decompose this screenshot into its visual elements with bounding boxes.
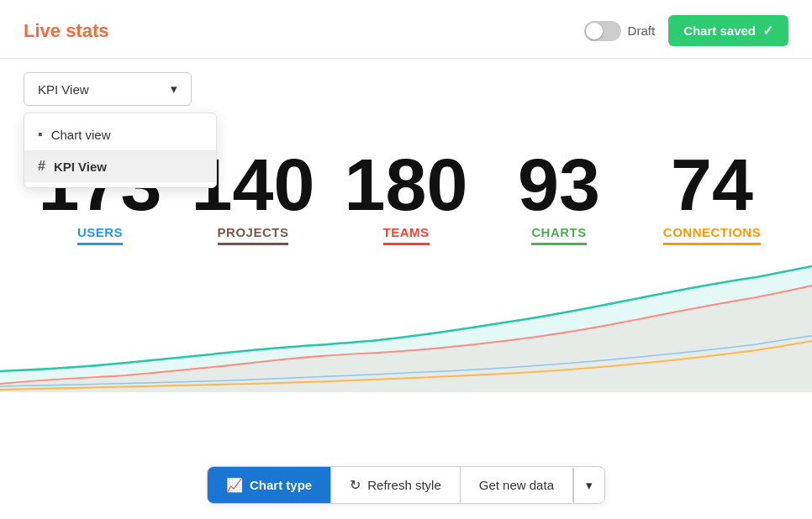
kpi-charts-label: CHARTS [531,225,587,245]
kpi-charts-value: 93 [518,148,600,222]
main-content: KPI View ▾ ▪ Chart view # KPI View 173 U… [0,59,812,392]
kpi-projects-label: PROJECTS [218,225,289,245]
kpi-teams: 180 TEAMS [330,148,482,245]
dropdown-container: KPI View ▾ ▪ Chart view # KPI View [24,72,192,106]
draft-label: Draft [628,24,656,38]
toggle-container: Draft [584,21,656,41]
dropdown-item-chart-view[interactable]: ▪ Chart view [24,118,216,150]
get-new-data-button[interactable]: Get new data [461,468,573,502]
chart-svg [0,254,812,392]
refresh-style-label: Refresh style [367,478,441,492]
dropdown-menu: ▪ Chart view # KPI View [24,113,217,188]
chart-type-button[interactable]: 📈 Chart type [208,467,331,503]
chevron-down-icon-toolbar: ▾ [586,478,593,493]
header-right: Draft Chart saved ✓ [584,15,788,46]
draft-toggle[interactable] [584,21,621,41]
checkmark-icon: ✓ [762,23,773,39]
kpi-users-label: USERS [77,225,123,245]
dropdown-selected-label: KPI View [38,82,89,97]
kpi-teams-value: 180 [345,148,468,222]
chevron-down-icon: ▾ [171,81,177,97]
chart-area [0,254,812,392]
kpi-charts: 93 CHARTS [482,148,635,245]
kpi-connections-label: CONNECTIONS [663,225,761,245]
dropdown-trigger[interactable]: KPI View ▾ [24,72,192,106]
header: Live stats Draft Chart saved ✓ [0,0,812,59]
chart-type-icon: 📈 [226,477,243,493]
refresh-style-button[interactable]: ↻ Refresh style [331,467,461,503]
kpi-connections: 74 CONNECTIONS [635,148,788,245]
kpi-connections-value: 74 [671,148,753,222]
dropdown-item-kpi-view[interactable]: # KPI View [24,150,216,182]
chart-view-label: Chart view [51,128,111,142]
bottom-toolbar: 📈 Chart type ↻ Refresh style Get new dat… [207,466,605,504]
page-title: Live stats [24,20,109,42]
hash-icon: # [38,159,45,174]
chart-saved-button[interactable]: Chart saved ✓ [668,15,788,46]
kpi-view-label: KPI View [54,160,107,174]
chart-saved-label: Chart saved [683,24,756,38]
chart-bar-icon: ▪ [38,127,43,142]
kpi-teams-label: TEAMS [383,225,430,245]
chart-type-label: Chart type [250,478,312,492]
get-new-data-label: Get new data [479,478,554,492]
refresh-icon: ↻ [350,477,361,493]
get-new-data-dropdown-button[interactable]: ▾ [573,468,604,503]
